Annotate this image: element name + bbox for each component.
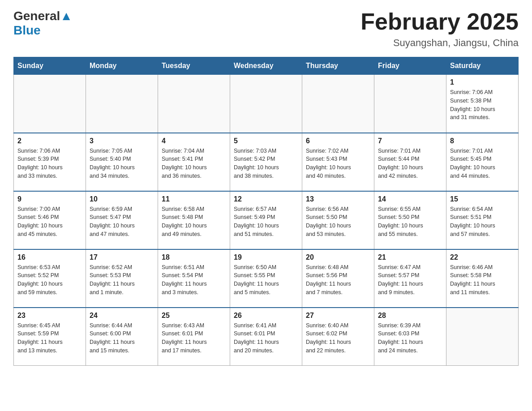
day-info: Sunrise: 7:06 AM Sunset: 5:39 PM Dayligh… [17,147,82,180]
day-info: Sunrise: 6:48 AM Sunset: 5:56 PM Dayligh… [306,263,370,297]
day-number: 14 [378,195,442,203]
logo-blue-text: Blue [13,23,41,37]
day-info: Sunrise: 7:02 AM Sunset: 5:43 PM Dayligh… [306,147,370,180]
calendar-cell [446,308,519,366]
day-header-thursday: Thursday [302,57,374,75]
day-header-wednesday: Wednesday [230,57,302,75]
day-number: 19 [234,253,298,261]
week-row-3: 9Sunrise: 7:00 AM Sunset: 5:46 PM Daylig… [14,191,519,249]
calendar-cell: 12Sunrise: 6:57 AM Sunset: 5:49 PM Dayli… [230,191,302,249]
week-row-5: 23Sunrise: 6:45 AM Sunset: 5:59 PM Dayli… [14,308,519,366]
day-number: 13 [306,195,370,203]
week-row-4: 16Sunrise: 6:53 AM Sunset: 5:52 PM Dayli… [14,249,519,308]
calendar-cell: 22Sunrise: 6:46 AM Sunset: 5:58 PM Dayli… [446,249,519,308]
day-info: Sunrise: 6:56 AM Sunset: 5:50 PM Dayligh… [306,205,370,239]
day-info: Sunrise: 6:44 AM Sunset: 6:00 PM Dayligh… [90,321,154,355]
calendar-cell: 5Sunrise: 7:03 AM Sunset: 5:42 PM Daylig… [230,133,302,191]
calendar-cell [302,75,374,133]
day-number: 28 [378,312,442,320]
day-info: Sunrise: 6:59 AM Sunset: 5:47 PM Dayligh… [90,205,154,239]
day-number: 25 [162,312,226,320]
calendar-subtitle: Suyangshan, Jiangsu, China [360,37,519,49]
day-number: 26 [234,312,298,320]
calendar-cell: 6Sunrise: 7:02 AM Sunset: 5:43 PM Daylig… [302,133,374,191]
day-number: 24 [90,312,154,320]
day-number: 21 [378,253,442,261]
day-number: 17 [90,253,154,261]
day-number: 18 [162,253,226,261]
day-number: 16 [17,253,82,261]
calendar-cell: 11Sunrise: 6:58 AM Sunset: 5:48 PM Dayli… [158,191,230,249]
day-info: Sunrise: 7:01 AM Sunset: 5:45 PM Dayligh… [450,147,515,180]
day-info: Sunrise: 6:51 AM Sunset: 5:54 PM Dayligh… [162,263,226,297]
calendar-cell: 3Sunrise: 7:05 AM Sunset: 5:40 PM Daylig… [86,133,158,191]
calendar-cell: 23Sunrise: 6:45 AM Sunset: 5:59 PM Dayli… [14,308,86,366]
day-info: Sunrise: 7:05 AM Sunset: 5:40 PM Dayligh… [90,147,154,180]
day-number: 6 [306,137,370,145]
calendar-cell: 19Sunrise: 6:50 AM Sunset: 5:55 PM Dayli… [230,249,302,308]
day-info: Sunrise: 7:03 AM Sunset: 5:42 PM Dayligh… [234,147,298,180]
day-number: 2 [17,137,82,145]
day-number: 11 [162,195,226,203]
day-info: Sunrise: 6:58 AM Sunset: 5:48 PM Dayligh… [162,205,226,239]
calendar-cell [230,75,302,133]
logo-general-text: General▲ [13,9,73,23]
calendar-cell: 7Sunrise: 7:01 AM Sunset: 5:44 PM Daylig… [374,133,446,191]
logo: General▲ Blue [13,9,73,38]
day-info: Sunrise: 6:46 AM Sunset: 5:58 PM Dayligh… [450,263,515,297]
day-number: 22 [450,253,515,261]
calendar-cell: 24Sunrise: 6:44 AM Sunset: 6:00 PM Dayli… [86,308,158,366]
calendar-cell: 8Sunrise: 7:01 AM Sunset: 5:45 PM Daylig… [446,133,519,191]
calendar-cell [86,75,158,133]
calendar-cell: 25Sunrise: 6:43 AM Sunset: 6:01 PM Dayli… [158,308,230,366]
day-info: Sunrise: 6:50 AM Sunset: 5:55 PM Dayligh… [234,263,298,297]
day-header-tuesday: Tuesday [158,57,230,75]
calendar-cell: 9Sunrise: 7:00 AM Sunset: 5:46 PM Daylig… [14,191,86,249]
title-area: February 2025 Suyangshan, Jiangsu, China [360,9,519,49]
calendar-cell: 13Sunrise: 6:56 AM Sunset: 5:50 PM Dayli… [302,191,374,249]
day-number: 4 [162,137,226,145]
calendar-cell: 1Sunrise: 7:06 AM Sunset: 5:38 PM Daylig… [446,75,519,133]
day-info: Sunrise: 6:45 AM Sunset: 5:59 PM Dayligh… [17,321,82,355]
day-header-monday: Monday [86,57,158,75]
day-info: Sunrise: 6:54 AM Sunset: 5:51 PM Dayligh… [450,205,515,239]
day-info: Sunrise: 6:52 AM Sunset: 5:53 PM Dayligh… [90,263,154,297]
day-info: Sunrise: 7:00 AM Sunset: 5:46 PM Dayligh… [17,205,82,239]
day-number: 23 [17,312,82,320]
day-info: Sunrise: 6:53 AM Sunset: 5:52 PM Dayligh… [17,263,82,297]
header: General▲ Blue February 2025 Suyangshan, … [13,9,519,49]
calendar-cell: 17Sunrise: 6:52 AM Sunset: 5:53 PM Dayli… [86,249,158,308]
week-row-1: 1Sunrise: 7:06 AM Sunset: 5:38 PM Daylig… [14,75,519,133]
day-info: Sunrise: 6:57 AM Sunset: 5:49 PM Dayligh… [234,205,298,239]
calendar-cell: 20Sunrise: 6:48 AM Sunset: 5:56 PM Dayli… [302,249,374,308]
day-info: Sunrise: 7:01 AM Sunset: 5:44 PM Dayligh… [378,147,442,180]
day-info: Sunrise: 6:39 AM Sunset: 6:03 PM Dayligh… [378,321,442,355]
week-row-2: 2Sunrise: 7:06 AM Sunset: 5:39 PM Daylig… [14,133,519,191]
day-number: 7 [378,137,442,145]
calendar-cell: 18Sunrise: 6:51 AM Sunset: 5:54 PM Dayli… [158,249,230,308]
day-number: 15 [450,195,515,203]
day-number: 20 [306,253,370,261]
calendar-cell: 26Sunrise: 6:41 AM Sunset: 6:01 PM Dayli… [230,308,302,366]
calendar-cell: 4Sunrise: 7:04 AM Sunset: 5:41 PM Daylig… [158,133,230,191]
day-number: 10 [90,195,154,203]
day-number: 8 [450,137,515,145]
day-info: Sunrise: 6:40 AM Sunset: 6:02 PM Dayligh… [306,321,370,355]
day-info: Sunrise: 6:55 AM Sunset: 5:50 PM Dayligh… [378,205,442,239]
day-info: Sunrise: 7:06 AM Sunset: 5:38 PM Dayligh… [450,88,515,122]
day-number: 1 [450,78,515,86]
day-info: Sunrise: 6:41 AM Sunset: 6:01 PM Dayligh… [234,321,298,355]
calendar-cell [158,75,230,133]
day-header-saturday: Saturday [446,57,519,75]
day-number: 3 [90,137,154,145]
calendar-cell: 15Sunrise: 6:54 AM Sunset: 5:51 PM Dayli… [446,191,519,249]
day-header-friday: Friday [374,57,446,75]
calendar-table: SundayMondayTuesdayWednesdayThursdayFrid… [13,57,519,366]
calendar-cell [374,75,446,133]
days-header-row: SundayMondayTuesdayWednesdayThursdayFrid… [14,57,519,75]
calendar-cell [14,75,86,133]
day-header-sunday: Sunday [14,57,86,75]
calendar-cell: 10Sunrise: 6:59 AM Sunset: 5:47 PM Dayli… [86,191,158,249]
day-number: 5 [234,137,298,145]
calendar-title: February 2025 [360,9,519,34]
